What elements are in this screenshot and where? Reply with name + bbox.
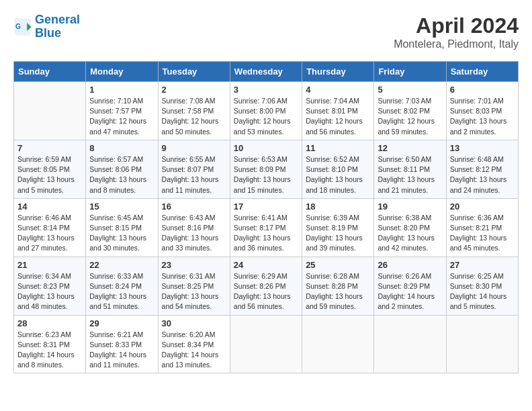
day-number: 29 bbox=[89, 318, 154, 328]
calendar-cell bbox=[302, 315, 374, 373]
day-number: 5 bbox=[378, 85, 442, 95]
calendar-cell bbox=[14, 82, 86, 140]
calendar-cell: 21Sunrise: 6:34 AM Sunset: 8:23 PM Dayli… bbox=[14, 257, 86, 315]
calendar-cell: 2Sunrise: 7:08 AM Sunset: 7:58 PM Daylig… bbox=[158, 82, 230, 140]
calendar-cell: 1Sunrise: 7:10 AM Sunset: 7:57 PM Daylig… bbox=[86, 82, 158, 140]
day-number: 10 bbox=[234, 143, 298, 153]
svg-text:G: G bbox=[15, 23, 21, 30]
weekday-header-row: SundayMondayTuesdayWednesdayThursdayFrid… bbox=[14, 62, 519, 82]
day-number: 2 bbox=[162, 85, 226, 95]
calendar-cell: 9Sunrise: 6:55 AM Sunset: 8:07 PM Daylig… bbox=[158, 140, 230, 198]
day-info: Sunrise: 6:26 AM Sunset: 8:29 PM Dayligh… bbox=[378, 271, 442, 312]
calendar-cell: 12Sunrise: 6:50 AM Sunset: 8:11 PM Dayli… bbox=[374, 140, 446, 198]
day-number: 30 bbox=[162, 318, 226, 328]
day-number: 21 bbox=[17, 260, 82, 270]
calendar-cell: 7Sunrise: 6:59 AM Sunset: 8:05 PM Daylig… bbox=[14, 140, 86, 198]
day-info: Sunrise: 7:01 AM Sunset: 8:03 PM Dayligh… bbox=[450, 96, 515, 137]
day-number: 12 bbox=[378, 143, 442, 153]
calendar-cell: 26Sunrise: 6:26 AM Sunset: 8:29 PM Dayli… bbox=[374, 257, 446, 315]
logo: G General Blue bbox=[13, 13, 80, 40]
calendar-cell: 16Sunrise: 6:43 AM Sunset: 8:16 PM Dayli… bbox=[158, 198, 230, 257]
logo-text: General Blue bbox=[35, 13, 80, 40]
day-info: Sunrise: 6:48 AM Sunset: 8:12 PM Dayligh… bbox=[450, 154, 515, 195]
title-block: April 2024 Montelera, Piedmont, Italy bbox=[394, 13, 519, 50]
calendar-cell: 10Sunrise: 6:53 AM Sunset: 8:09 PM Dayli… bbox=[230, 140, 302, 198]
day-number: 28 bbox=[17, 318, 82, 328]
weekday-header-thursday: Thursday bbox=[302, 62, 374, 82]
day-info: Sunrise: 6:23 AM Sunset: 8:31 PM Dayligh… bbox=[17, 330, 82, 371]
calendar-cell: 13Sunrise: 6:48 AM Sunset: 8:12 PM Dayli… bbox=[446, 140, 518, 198]
day-info: Sunrise: 6:34 AM Sunset: 8:23 PM Dayligh… bbox=[17, 271, 82, 312]
calendar-cell: 22Sunrise: 6:33 AM Sunset: 8:24 PM Dayli… bbox=[86, 257, 158, 315]
day-number: 14 bbox=[17, 201, 82, 212]
calendar-cell: 11Sunrise: 6:52 AM Sunset: 8:10 PM Dayli… bbox=[302, 140, 374, 198]
calendar-cell: 18Sunrise: 6:39 AM Sunset: 8:19 PM Dayli… bbox=[302, 198, 374, 257]
day-info: Sunrise: 6:53 AM Sunset: 8:09 PM Dayligh… bbox=[234, 154, 298, 195]
calendar-week-row: 1Sunrise: 7:10 AM Sunset: 7:57 PM Daylig… bbox=[14, 82, 519, 140]
calendar-cell: 27Sunrise: 6:25 AM Sunset: 8:30 PM Dayli… bbox=[446, 257, 518, 315]
calendar-cell: 20Sunrise: 6:36 AM Sunset: 8:21 PM Dayli… bbox=[446, 198, 518, 257]
month-title: April 2024 bbox=[394, 13, 519, 38]
day-info: Sunrise: 6:46 AM Sunset: 8:14 PM Dayligh… bbox=[17, 213, 82, 254]
calendar-cell: 5Sunrise: 7:03 AM Sunset: 8:02 PM Daylig… bbox=[374, 82, 446, 140]
day-number: 25 bbox=[306, 260, 370, 270]
calendar-cell: 28Sunrise: 6:23 AM Sunset: 8:31 PM Dayli… bbox=[14, 315, 86, 373]
day-number: 9 bbox=[162, 143, 226, 153]
calendar-week-row: 21Sunrise: 6:34 AM Sunset: 8:23 PM Dayli… bbox=[14, 257, 519, 315]
day-number: 19 bbox=[378, 201, 442, 212]
day-info: Sunrise: 6:43 AM Sunset: 8:16 PM Dayligh… bbox=[162, 213, 226, 254]
day-number: 18 bbox=[306, 201, 370, 212]
calendar-cell bbox=[374, 315, 446, 373]
day-info: Sunrise: 6:57 AM Sunset: 8:06 PM Dayligh… bbox=[89, 154, 154, 195]
day-info: Sunrise: 7:03 AM Sunset: 8:02 PM Dayligh… bbox=[378, 96, 442, 137]
day-number: 27 bbox=[450, 260, 515, 270]
day-number: 17 bbox=[234, 201, 298, 212]
calendar-cell: 25Sunrise: 6:28 AM Sunset: 8:28 PM Dayli… bbox=[302, 257, 374, 315]
day-info: Sunrise: 6:38 AM Sunset: 8:20 PM Dayligh… bbox=[378, 213, 442, 254]
weekday-header-wednesday: Wednesday bbox=[230, 62, 302, 82]
day-info: Sunrise: 6:33 AM Sunset: 8:24 PM Dayligh… bbox=[89, 271, 154, 312]
day-number: 16 bbox=[162, 201, 226, 212]
logo-icon: G bbox=[13, 17, 32, 36]
day-number: 15 bbox=[89, 201, 154, 212]
calendar-cell: 6Sunrise: 7:01 AM Sunset: 8:03 PM Daylig… bbox=[446, 82, 518, 140]
calendar-week-row: 28Sunrise: 6:23 AM Sunset: 8:31 PM Dayli… bbox=[14, 315, 519, 373]
calendar-cell: 24Sunrise: 6:29 AM Sunset: 8:26 PM Dayli… bbox=[230, 257, 302, 315]
calendar-cell: 29Sunrise: 6:21 AM Sunset: 8:33 PM Dayli… bbox=[86, 315, 158, 373]
calendar-cell: 19Sunrise: 6:38 AM Sunset: 8:20 PM Dayli… bbox=[374, 198, 446, 257]
day-number: 20 bbox=[450, 201, 515, 212]
day-number: 3 bbox=[234, 85, 298, 95]
day-info: Sunrise: 6:29 AM Sunset: 8:26 PM Dayligh… bbox=[234, 271, 298, 312]
calendar-cell: 14Sunrise: 6:46 AM Sunset: 8:14 PM Dayli… bbox=[14, 198, 86, 257]
day-info: Sunrise: 6:45 AM Sunset: 8:15 PM Dayligh… bbox=[89, 213, 154, 254]
day-info: Sunrise: 6:31 AM Sunset: 8:25 PM Dayligh… bbox=[162, 271, 226, 312]
calendar-cell bbox=[446, 315, 518, 373]
day-number: 13 bbox=[450, 143, 515, 153]
day-number: 8 bbox=[89, 143, 154, 153]
calendar-cell: 30Sunrise: 6:20 AM Sunset: 8:34 PM Dayli… bbox=[158, 315, 230, 373]
day-number: 1 bbox=[89, 85, 154, 95]
weekday-header-saturday: Saturday bbox=[446, 62, 518, 82]
day-info: Sunrise: 6:28 AM Sunset: 8:28 PM Dayligh… bbox=[306, 271, 370, 312]
day-number: 6 bbox=[450, 85, 515, 95]
day-info: Sunrise: 6:20 AM Sunset: 8:34 PM Dayligh… bbox=[162, 330, 226, 371]
calendar-week-row: 14Sunrise: 6:46 AM Sunset: 8:14 PM Dayli… bbox=[14, 198, 519, 257]
day-number: 4 bbox=[306, 85, 370, 95]
weekday-header-monday: Monday bbox=[86, 62, 158, 82]
day-number: 23 bbox=[162, 260, 226, 270]
calendar-cell: 4Sunrise: 7:04 AM Sunset: 8:01 PM Daylig… bbox=[302, 82, 374, 140]
weekday-header-sunday: Sunday bbox=[14, 62, 86, 82]
calendar-cell: 17Sunrise: 6:41 AM Sunset: 8:17 PM Dayli… bbox=[230, 198, 302, 257]
day-info: Sunrise: 6:50 AM Sunset: 8:11 PM Dayligh… bbox=[378, 154, 442, 195]
weekday-header-friday: Friday bbox=[374, 62, 446, 82]
day-info: Sunrise: 6:59 AM Sunset: 8:05 PM Dayligh… bbox=[17, 154, 82, 195]
day-number: 24 bbox=[234, 260, 298, 270]
page-header: G General Blue April 2024 Montelera, Pie… bbox=[13, 13, 519, 50]
day-info: Sunrise: 7:06 AM Sunset: 8:00 PM Dayligh… bbox=[234, 96, 298, 137]
day-info: Sunrise: 7:08 AM Sunset: 7:58 PM Dayligh… bbox=[162, 96, 226, 137]
logo-line1: General bbox=[35, 13, 80, 26]
day-info: Sunrise: 7:04 AM Sunset: 8:01 PM Dayligh… bbox=[306, 96, 370, 137]
day-info: Sunrise: 7:10 AM Sunset: 7:57 PM Dayligh… bbox=[89, 96, 154, 137]
calendar-cell bbox=[230, 315, 302, 373]
day-info: Sunrise: 6:52 AM Sunset: 8:10 PM Dayligh… bbox=[306, 154, 370, 195]
